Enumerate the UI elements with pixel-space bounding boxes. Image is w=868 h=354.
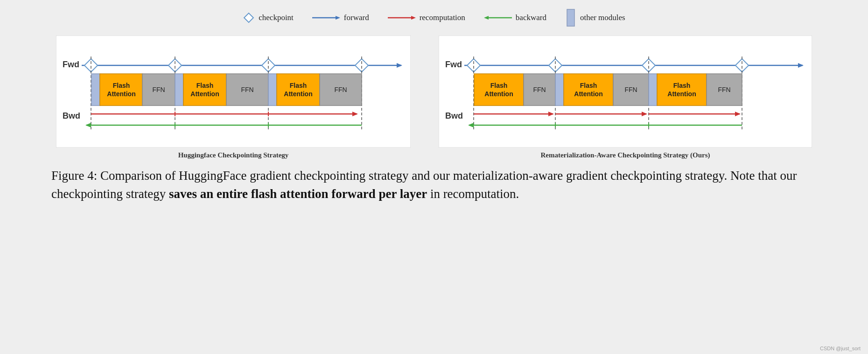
legend: checkpoint forward recomputation backwar…: [243, 8, 625, 27]
svg-rect-7: [567, 9, 574, 26]
svg-rect-32: [268, 74, 277, 106]
svg-text:FFN: FFN: [241, 86, 253, 93]
legend-checkpoint: checkpoint: [243, 12, 294, 24]
legend-recomputation: recomputation: [388, 13, 465, 22]
caption-bold: saves an entire flash attention forward …: [169, 187, 427, 201]
legend-forward-label: forward: [344, 13, 369, 22]
svg-text:Bwd: Bwd: [63, 111, 80, 120]
forward-arrow-icon: [312, 14, 340, 22]
diagrams-row: Fwd: [56, 35, 812, 159]
svg-rect-71: [657, 74, 707, 106]
legend-backward: backward: [484, 13, 546, 22]
caption-prefix: Figure 4:: [51, 169, 97, 183]
svg-text:Attention: Attention: [284, 90, 312, 98]
svg-rect-65: [564, 74, 613, 106]
svg-rect-33: [277, 74, 320, 106]
diagram-left-label: Huggingface Checkpointing Strategy: [178, 151, 289, 159]
diagram-right-svg: Fwd Flash Attention: [439, 35, 812, 148]
svg-text:Attention: Attention: [484, 90, 513, 98]
svg-rect-59: [474, 74, 524, 106]
legend-other-modules: other modules: [565, 8, 625, 27]
diagram-left: Fwd: [56, 35, 411, 159]
backward-arrow-icon: [484, 14, 512, 22]
svg-rect-0: [244, 13, 253, 22]
svg-text:Attention: Attention: [107, 90, 135, 98]
diagram-left-svg: Fwd: [56, 35, 411, 148]
svg-text:FFN: FFN: [624, 86, 637, 93]
diagram-right-label: Rematerialization-Aware Checkpointing St…: [540, 151, 710, 159]
svg-marker-4: [411, 16, 416, 20]
figure-caption: Figure 4: Comparison of HuggingFace grad…: [37, 167, 831, 203]
legend-backward-label: backward: [516, 13, 546, 22]
svg-text:Flash: Flash: [196, 82, 214, 89]
svg-text:Bwd: Bwd: [445, 111, 463, 120]
legend-checkpoint-label: checkpoint: [259, 13, 294, 22]
svg-text:FFN: FFN: [152, 86, 165, 93]
svg-rect-70: [649, 74, 657, 106]
svg-text:Attention: Attention: [190, 90, 219, 98]
svg-text:Fwd: Fwd: [445, 60, 462, 69]
svg-text:Fwd: Fwd: [63, 60, 79, 69]
diagram-right: Fwd Flash Attention: [439, 35, 812, 159]
svg-text:Flash: Flash: [290, 82, 307, 89]
other-modules-icon: [565, 8, 576, 27]
svg-marker-2: [336, 16, 340, 20]
svg-text:Flash: Flash: [490, 82, 508, 89]
recomputation-arrow-icon: [388, 14, 416, 22]
svg-text:Flash: Flash: [113, 82, 130, 89]
svg-rect-20: [91, 74, 100, 106]
checkpoint-diamond-icon: [243, 12, 255, 24]
svg-marker-6: [484, 16, 489, 20]
svg-rect-64: [555, 74, 564, 106]
svg-text:Attention: Attention: [667, 90, 696, 98]
svg-rect-21: [100, 74, 143, 106]
svg-rect-27: [183, 74, 226, 106]
svg-text:Flash: Flash: [580, 82, 597, 89]
caption-suffix: in recomputation.: [427, 187, 519, 201]
watermark: CSDN @just_sort: [820, 346, 861, 351]
svg-rect-26: [175, 74, 183, 106]
svg-text:FFN: FFN: [334, 86, 347, 93]
svg-text:Flash: Flash: [673, 82, 691, 89]
legend-recomputation-label: recomputation: [420, 13, 465, 22]
legend-other-modules-label: other modules: [580, 13, 625, 22]
main-container: checkpoint forward recomputation backwar…: [0, 0, 868, 354]
svg-text:FFN: FFN: [533, 86, 546, 93]
legend-forward: forward: [312, 13, 369, 22]
svg-text:Attention: Attention: [574, 90, 602, 98]
svg-text:FFN: FFN: [718, 86, 730, 93]
